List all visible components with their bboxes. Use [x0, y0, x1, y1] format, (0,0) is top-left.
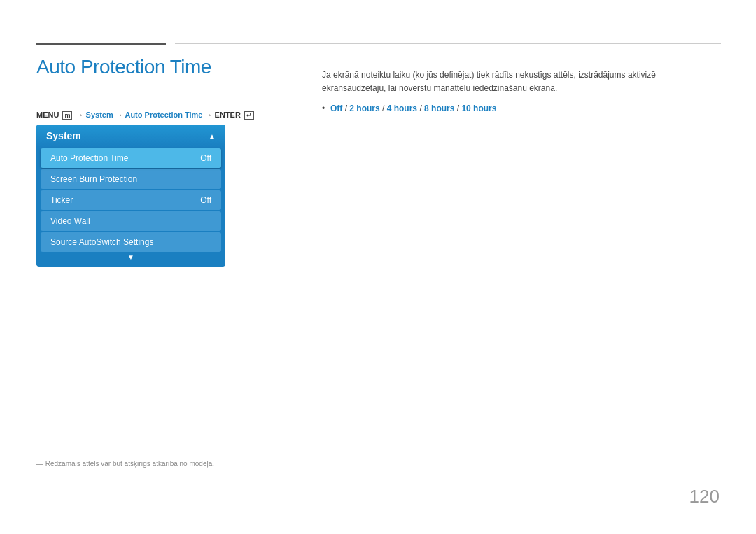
- page-container: Auto Protection Time MENU m → System → A…: [0, 0, 756, 534]
- opt-2h: 2 hours: [349, 104, 379, 113]
- menu-item-label-0: Auto Protection Time: [50, 153, 128, 163]
- nav-arrow-2: →: [115, 111, 125, 119]
- menu-item-label-3: Video Wall: [50, 216, 90, 226]
- menu-item-auto-protection[interactable]: Auto Protection Time Off: [41, 148, 221, 168]
- opt-4h: 4 hours: [387, 104, 417, 113]
- menu-item-label-2: Ticker: [50, 195, 73, 205]
- panel-arrow-down-icon: ▼: [36, 253, 225, 261]
- nav-system: System: [86, 111, 113, 119]
- opt-8h: 8 hours: [424, 104, 454, 113]
- page-title: Auto Protection Time: [36, 56, 211, 78]
- nav-arrow-1: →: [76, 111, 86, 119]
- opt-10h: 10 hours: [461, 104, 496, 113]
- menu-item-value-2: Off: [200, 195, 211, 205]
- menu-item-screen-burn[interactable]: Screen Burn Protection: [41, 169, 221, 189]
- menu-item-video-wall[interactable]: Video Wall: [41, 211, 221, 231]
- page-number: 120: [690, 486, 720, 507]
- menu-item-label-1: Screen Burn Protection: [50, 174, 137, 184]
- description-text: Ja ekrānā noteiktu laiku (ko jūs definēj…: [322, 69, 720, 95]
- menu-icon: m: [62, 111, 72, 120]
- nav-arrow-3: →: [205, 111, 215, 119]
- menu-item-source-autoswitch[interactable]: Source AutoSwitch Settings: [41, 232, 221, 252]
- right-content: Ja ekrānā noteiktu laiku (ko jūs definēj…: [322, 69, 720, 113]
- options-item: Off / 2 hours / 4 hours / 8 hours / 10 h…: [330, 104, 720, 113]
- menu-label: MENU: [36, 111, 59, 119]
- system-panel-header: System ▲: [36, 125, 225, 147]
- system-panel-title: System: [46, 130, 81, 141]
- nav-apt: Auto Protection Time: [125, 111, 202, 119]
- top-border-right: [175, 43, 721, 44]
- system-panel: System ▲ Auto Protection Time Off Screen…: [36, 125, 225, 267]
- menu-item-ticker[interactable]: Ticker Off: [41, 190, 221, 210]
- sep-2: /: [382, 104, 387, 113]
- menu-item-label-4: Source AutoSwitch Settings: [50, 237, 153, 247]
- enter-icon: ↵: [244, 111, 254, 120]
- top-border-left: [36, 43, 166, 45]
- panel-arrow-up-icon: ▲: [209, 132, 216, 140]
- options-text: Off / 2 hours / 4 hours / 8 hours / 10 h…: [330, 104, 496, 113]
- menu-item-value-0: Off: [200, 153, 211, 163]
- menu-nav: MENU m → System → Auto Protection Time →…: [36, 111, 254, 120]
- footer-note: ― Redzamais attēls var būt atšķirīgs atk…: [36, 460, 214, 468]
- options-list: Off / 2 hours / 4 hours / 8 hours / 10 h…: [322, 104, 720, 113]
- opt-off: Off: [330, 104, 342, 113]
- nav-enter-label: ENTER: [215, 111, 241, 119]
